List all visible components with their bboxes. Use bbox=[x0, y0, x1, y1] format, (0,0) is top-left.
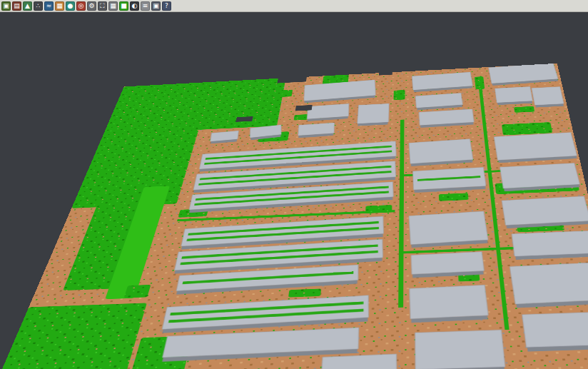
building-roof bbox=[495, 86, 532, 103]
building-roof bbox=[409, 211, 488, 245]
orthophoto-icon[interactable]: ▦ bbox=[55, 1, 64, 11]
building bbox=[510, 262, 588, 308]
help-icon[interactable]: ? bbox=[162, 1, 171, 11]
shrub-patch bbox=[439, 193, 469, 201]
building bbox=[298, 123, 334, 138]
point-cloud-plane bbox=[0, 64, 588, 369]
shrub-patch bbox=[294, 114, 309, 121]
settings-icon[interactable]: ⚙ bbox=[87, 1, 96, 11]
building-roof bbox=[532, 86, 564, 105]
building-roof bbox=[502, 196, 588, 226]
building bbox=[502, 196, 588, 228]
building bbox=[409, 139, 473, 167]
point-cloud-icon[interactable]: ∴ bbox=[34, 1, 43, 11]
save-icon[interactable]: ▤ bbox=[12, 1, 21, 11]
shrub-patch bbox=[123, 285, 151, 298]
camera-icon[interactable]: ▣ bbox=[151, 1, 161, 11]
building bbox=[410, 285, 489, 323]
classification-icon[interactable]: ● bbox=[66, 1, 75, 11]
building bbox=[494, 132, 577, 163]
building-roof bbox=[410, 285, 488, 318]
building-roof bbox=[510, 262, 588, 304]
3d-viewport[interactable] bbox=[0, 13, 588, 369]
building-roof bbox=[494, 132, 577, 160]
shrub-patch bbox=[394, 90, 405, 100]
layers-icon[interactable]: ≡ bbox=[141, 1, 150, 11]
building bbox=[495, 86, 533, 105]
building bbox=[512, 231, 588, 260]
shrub-patch bbox=[273, 90, 293, 98]
shrub-patch bbox=[229, 98, 246, 105]
shrub-patch bbox=[365, 205, 392, 212]
building-roof bbox=[522, 311, 588, 347]
data-gap bbox=[235, 116, 253, 122]
building-roof bbox=[415, 330, 505, 369]
building bbox=[415, 330, 506, 369]
vegetation-patch bbox=[0, 303, 147, 369]
building bbox=[419, 109, 475, 128]
building bbox=[500, 163, 581, 191]
building bbox=[411, 252, 485, 278]
building bbox=[532, 86, 564, 107]
open-project-icon[interactable]: ▣ bbox=[1, 1, 11, 11]
building-roof bbox=[512, 231, 588, 256]
building bbox=[357, 103, 389, 126]
building bbox=[413, 167, 487, 193]
building-roof bbox=[409, 139, 473, 164]
terrain-icon[interactable]: ▲ bbox=[23, 1, 32, 11]
building-roof bbox=[358, 103, 390, 123]
building-roof bbox=[411, 252, 484, 275]
main-toolbar: ▣▤▲∴≈▦●◎⚙⛶▦■◐≡▣? bbox=[0, 0, 588, 12]
data-gap bbox=[295, 105, 313, 111]
building-roof bbox=[500, 163, 580, 188]
building bbox=[522, 311, 588, 351]
building bbox=[409, 211, 489, 248]
point-cloud-scene bbox=[0, 64, 588, 369]
application-window: ▣▤▲∴≈▦●◎⚙⛶▦■◐≡▣? bbox=[0, 0, 588, 369]
shrub-patch bbox=[514, 106, 534, 113]
profile-icon[interactable]: ≈ bbox=[44, 1, 54, 11]
globe-icon[interactable]: ◐ bbox=[130, 1, 139, 11]
building bbox=[307, 103, 349, 121]
measure-icon[interactable]: ◎ bbox=[76, 1, 86, 11]
zoom-extent-icon[interactable]: ⛶ bbox=[98, 1, 107, 11]
shrub-patch bbox=[475, 76, 485, 89]
vegetation-icon[interactable]: ■ bbox=[119, 1, 128, 11]
shrub-patch bbox=[288, 289, 321, 298]
grid-icon[interactable]: ▦ bbox=[108, 1, 118, 11]
